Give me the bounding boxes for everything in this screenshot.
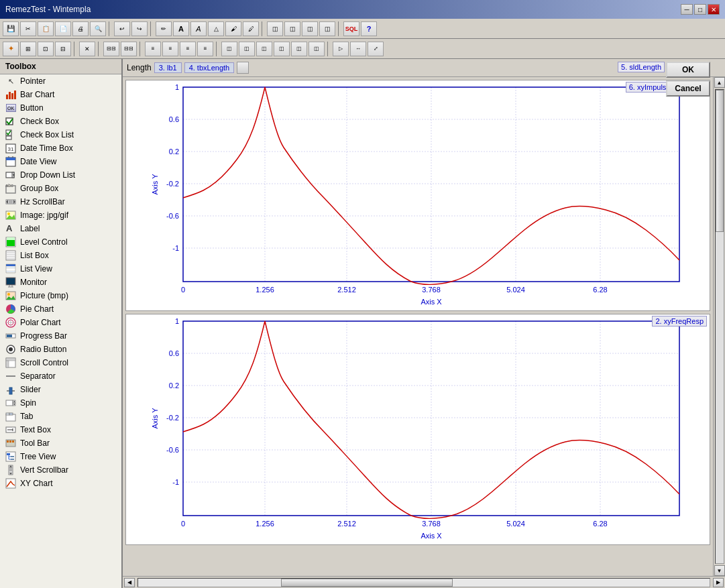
- toolbox-item-monitor[interactable]: Monitor: [0, 276, 121, 289]
- tb2-b3[interactable]: ⊟: [55, 42, 71, 56]
- tb-print[interactable]: 🖨: [72, 21, 89, 36]
- toolbox-item-spin[interactable]: Spin: [0, 396, 121, 410]
- toolbox-label-listbox: List Box: [20, 251, 49, 260]
- tb2-expand[interactable]: ⤢: [368, 42, 384, 56]
- tb2-arrow[interactable]: ▷: [333, 42, 349, 56]
- tb2-c6[interactable]: ◫: [309, 42, 325, 56]
- minimize-button[interactable]: ─: [681, 4, 693, 15]
- tb2-align2[interactable]: ≡: [162, 42, 178, 56]
- toolbox-item-checkbox[interactable]: Check Box: [0, 115, 121, 128]
- svg-rect-62: [6, 361, 9, 367]
- tb-align-left[interactable]: ◫: [267, 21, 283, 36]
- toolbox-item-treeview[interactable]: Tree View: [0, 450, 121, 463]
- toolbox-item-toolbar[interactable]: Tool Bar: [0, 436, 121, 450]
- tb2-resize[interactable]: ↔: [350, 42, 366, 56]
- slider-thumb[interactable]: [237, 62, 249, 74]
- toolbox-item-datetimebox[interactable]: 31 Date Time Box: [0, 141, 121, 155]
- svg-rect-2: [11, 93, 13, 99]
- tb2-c5[interactable]: ◫: [291, 42, 307, 56]
- toolbox-item-slider[interactable]: Slider: [0, 383, 121, 396]
- svg-text:1.256: 1.256: [256, 520, 274, 528]
- vert-scroll-thumb[interactable]: [716, 90, 724, 232]
- toolbox-item-image[interactable]: Image: jpg/gif: [0, 209, 121, 222]
- pointer-icon: ↖: [5, 76, 16, 86]
- tb-redo[interactable]: ↪: [131, 21, 148, 36]
- tb-edit[interactable]: ✏: [156, 21, 172, 36]
- tb2-align3[interactable]: ≡: [180, 42, 196, 56]
- tb-align-justify[interactable]: ◫: [319, 21, 335, 36]
- toolbox-item-textbox[interactable]: Text Box: [0, 423, 121, 436]
- toolbox-item-piechart[interactable]: Pie Chart: [0, 302, 121, 316]
- tb-help[interactable]: ?: [361, 21, 377, 36]
- title-bar: RemezTest - Wintempla ─ □ ✕: [0, 0, 725, 19]
- tb-save[interactable]: 💾: [3, 21, 19, 36]
- toolbox-item-listview[interactable]: List View: [0, 262, 121, 276]
- toolbox-item-polarchart[interactable]: Polar Chart: [0, 316, 121, 329]
- toolbox-item-label[interactable]: A Label: [0, 222, 121, 235]
- toolbox-item-progressbar[interactable]: Progress Bar: [0, 329, 121, 343]
- toolbox-item-checkboxlist[interactable]: Check Box List: [0, 128, 121, 141]
- tb2-align4[interactable]: ≡: [197, 42, 213, 56]
- tb2-star[interactable]: ✦: [3, 42, 19, 56]
- tb2-br1[interactable]: ⊟⊟: [103, 42, 119, 56]
- svg-rect-36: [6, 267, 15, 268]
- tb-search[interactable]: 🔍: [90, 21, 106, 36]
- tb-text-a[interactable]: A: [173, 21, 189, 36]
- tb-shape1[interactable]: △: [208, 21, 224, 36]
- toolbox-label-label: Label: [20, 224, 40, 233]
- hz-scroll-left[interactable]: ◀: [124, 578, 135, 587]
- toolbox-item-picture[interactable]: Picture (bmp): [0, 289, 121, 302]
- vert-scroll-down[interactable]: ▼: [714, 565, 725, 576]
- chart2-name: 2. xyFreqResp: [652, 316, 707, 327]
- hz-scroll-right[interactable]: ▶: [713, 578, 724, 587]
- toolbox-item-listbox[interactable]: List Box: [0, 249, 121, 262]
- toolbox-item-hzscrollbar[interactable]: Hz ScrollBar: [0, 195, 121, 209]
- cancel-button[interactable]: Cancel: [666, 80, 710, 97]
- toolbox-item-separator[interactable]: Separator: [0, 369, 121, 383]
- svg-text:0.6: 0.6: [169, 115, 179, 123]
- toolbox-item-levelcontrol[interactable]: Level Control: [0, 235, 121, 249]
- toolbox-item-xychart[interactable]: XY Chart: [0, 477, 121, 490]
- tb-new[interactable]: 📄: [55, 21, 71, 36]
- tb2-c1[interactable]: ◫: [221, 42, 237, 56]
- toolbox-item-dateview[interactable]: Date View: [0, 155, 121, 168]
- close-button[interactable]: ✕: [708, 4, 720, 15]
- toolbox-item-button[interactable]: OK Button: [0, 101, 121, 115]
- tb-align-center[interactable]: ◫: [284, 21, 300, 36]
- toolbox-item-radiobutton[interactable]: Radio Button: [0, 343, 121, 356]
- tb2-align1[interactable]: ≡: [145, 42, 161, 56]
- maximize-button[interactable]: □: [694, 4, 706, 15]
- tb-text-italic[interactable]: A: [190, 21, 207, 36]
- tb2-c4[interactable]: ◫: [274, 42, 290, 56]
- tb-paint[interactable]: 🖌: [225, 21, 241, 36]
- toolbox-item-scrollcontrol[interactable]: Scroll Control: [0, 356, 121, 369]
- listview-icon: [5, 263, 16, 274]
- tb-cut[interactable]: ✂: [20, 21, 36, 36]
- tb2-b2[interactable]: ⊡: [38, 42, 54, 56]
- toolbox-item-barchart[interactable]: Bar Chart: [0, 88, 121, 101]
- tb2-b1[interactable]: ⊞: [20, 42, 36, 56]
- tb-copy[interactable]: 📋: [38, 21, 54, 36]
- hz-scroll-track[interactable]: [137, 578, 710, 587]
- tb-undo[interactable]: ↩: [114, 21, 130, 36]
- chart1-wrapper: 6. xyImpulseResponse: [125, 80, 710, 311]
- ok-button[interactable]: OK: [666, 62, 710, 78]
- vert-scroll-track[interactable]: [715, 89, 724, 564]
- toolbox-item-tab[interactable]: Tab: [0, 410, 121, 423]
- toolbox-item-dropdown[interactable]: Drop Down List: [0, 168, 121, 182]
- tb2-c2[interactable]: ◫: [239, 42, 255, 56]
- toolbox-item-groupbox[interactable]: abc Group Box: [0, 182, 121, 195]
- tb2-cross[interactable]: ✕: [79, 42, 95, 56]
- svg-text:Axis X: Axis X: [421, 298, 442, 306]
- tb-pen[interactable]: 🖊: [243, 21, 259, 36]
- svg-text:5.024: 5.024: [506, 286, 525, 294]
- toolbox-item-pointer[interactable]: ↖ Pointer: [0, 74, 121, 88]
- toolbox-item-vertscrollbar[interactable]: Vert Scrollbar: [0, 463, 121, 477]
- tb-align-right[interactable]: ◫: [302, 21, 318, 36]
- hz-scroll-thumb[interactable]: [281, 579, 453, 587]
- vert-scroll-up[interactable]: ▲: [714, 77, 725, 88]
- tb-sql[interactable]: SQL: [343, 21, 359, 36]
- tb2-br2[interactable]: ⊟⊟: [121, 42, 137, 56]
- chart2-wrapper: 2. xyFreqResp: [125, 314, 710, 545]
- tb2-c3[interactable]: ◫: [256, 42, 272, 56]
